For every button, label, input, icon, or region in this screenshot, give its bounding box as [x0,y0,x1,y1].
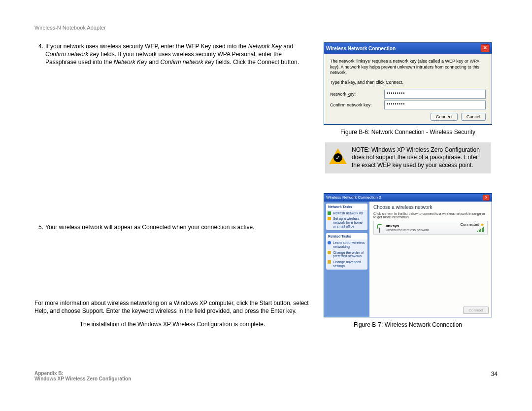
warning-icon [329,148,347,164]
page-number: 34 [491,371,498,381]
dialog-wireless-list: Wireless Network Connection 2 ✕ Network … [324,193,492,317]
t: Network Key [248,43,282,50]
text-column: 4. If your network uses wireless securit… [34,42,310,335]
footer: Appendix B: Windows XP Wireless Zero Con… [34,371,498,381]
t: If your network uses wireless security W… [45,43,248,50]
t: Confirm network key [161,59,214,66]
main-heading: Choose a wireless network [373,205,488,210]
t: Network Key [114,59,147,66]
network-security: Unsecured wireless network [386,228,457,232]
step-body: If your network uses wireless security W… [45,42,310,67]
figure-caption-b6: Figure B-6: Network Connection - Wireles… [340,129,475,136]
status-label: Connected [460,222,479,227]
section-title: Windows XP Wireless Zero Configuration [34,376,131,381]
title-text: Wireless Network Connection [326,46,396,51]
main-panel: Choose a wireless network Click an item … [369,202,492,317]
t: and [149,59,160,66]
titlebar: Wireless Network Connection ✕ [324,43,492,54]
step-4: 4. If your network uses wireless securit… [34,42,310,67]
network-key-input[interactable]: ••••••••• [384,90,486,99]
completion-text: The installation of the Windows XP Wirel… [34,321,310,328]
learn-link[interactable]: Learn about wireless networking [326,240,367,249]
title-text: Wireless Network Connection 2 [326,195,381,200]
t: fields. Click the Connect button. [216,59,299,66]
refresh-network-link[interactable]: Refresh network list [326,210,367,216]
close-icon[interactable]: ✕ [483,195,490,201]
titlebar: Wireless Network Connection 2 ✕ [324,194,492,202]
step-number: 5. [34,223,43,231]
dialog-description: The network 'linksys' requires a network… [330,59,486,76]
figure-column: Wireless Network Connection ✕ The networ… [318,42,498,335]
signal-bars-icon [477,227,484,232]
connect-button[interactable]: Connect [431,113,458,121]
info-paragraph: For more information about wireless netw… [34,299,310,315]
confirm-key-input[interactable]: ••••••••• [384,101,486,109]
note-box: NOTE: Windows XP Wireless Zero Configura… [325,142,491,173]
group-header: Network Tasks [326,204,367,210]
step-number: 4. [34,42,43,67]
cancel-button[interactable]: Cancel [461,113,486,121]
network-name: linksys [386,224,457,228]
appendix-label: Appendix B: [34,371,131,376]
step-5: 5. Your wireless network will appear as … [34,223,310,231]
main-sub: Click an item in the list below to conne… [373,212,488,219]
confirm-key-label: Confirm network key: [330,103,384,107]
close-icon[interactable]: ✕ [481,44,490,52]
note-text: NOTE: Windows XP Wireless Zero Configura… [352,146,486,170]
t: and [283,43,293,50]
network-key-label: Network key: [330,92,384,97]
sidebar: Network Tasks Refresh network list Set u… [324,202,369,317]
related-tasks-group: Related Tasks Learn about wireless netwo… [326,233,367,270]
group-header: Related Tasks [326,233,367,240]
t: Confirm network key [45,51,99,58]
dialog-instruction: Type the key, and then click Connect. [330,80,486,86]
antenna-icon [377,223,383,233]
change-order-link[interactable]: Change the order of preferred networks [326,249,367,259]
connect-button-disabled: Connect [463,307,489,314]
figure-caption-b7: Figure B-7: Wireless Network Connection [354,321,462,328]
setup-network-link[interactable]: Set up a wireless network for a home or … [326,215,367,229]
advanced-settings-link[interactable]: Change advanced settings [326,259,367,268]
step-body: Your wireless network will appear as Con… [45,223,254,231]
header-product: Wireless-N Notebook Adapter [34,25,498,31]
dialog-wireless-security: Wireless Network Connection ✕ The networ… [324,42,492,125]
network-item[interactable]: linksys Unsecured wireless network Conne… [373,221,488,235]
network-tasks-group: Network Tasks Refresh network list Set u… [326,204,367,231]
